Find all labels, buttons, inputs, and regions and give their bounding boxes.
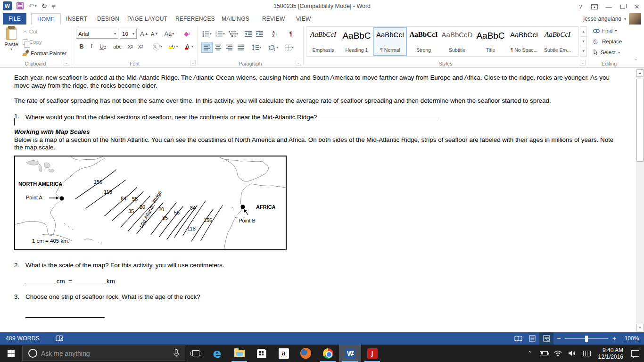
taskbar-firefox[interactable] [295,345,317,362]
question-2-cm-blank[interactable] [25,277,55,283]
account-area[interactable]: jesse anguiano ▾ [583,13,641,25]
copy-button[interactable]: Copy [23,39,42,45]
clock[interactable]: 9:40 AM 12/1/2016 [594,347,627,360]
align-left-button[interactable] [202,42,212,52]
microphone-icon[interactable] [173,349,179,357]
zoom-slider[interactable] [565,338,608,339]
style-heading-1[interactable]: AaBbC Heading 1 [340,27,373,56]
underline-button[interactable]: U▾ [97,41,109,51]
increase-indent-button[interactable] [255,29,265,39]
font-size-dropdown-icon[interactable]: ▾ [130,32,134,36]
line-spacing-button[interactable]: ▾ [250,42,263,52]
touch-keyboard-icon[interactable] [580,345,593,362]
styles-more-icon[interactable]: ▼ [580,46,586,56]
tab-file[interactable]: FILE [3,13,26,25]
strikethrough-button[interactable]: abc [111,41,124,51]
style-strong[interactable]: AaBbCcI Strong [407,27,440,56]
font-color-button[interactable]: A▾ [182,41,196,51]
format-painter-button[interactable]: Format Painter [23,50,66,56]
select-button[interactable]: Select▾ [593,49,620,55]
style-subtitle[interactable]: AaBbCcD Subtitle [440,27,474,56]
question-1-answer-blank[interactable] [319,113,440,119]
close-button[interactable]: ✕ [630,0,644,13]
task-view-button[interactable] [185,345,206,362]
style-no-spacing[interactable]: AaBbCcI ¶ No Spac... [507,27,541,56]
show-hide-pilcrow-button[interactable]: ¶ [286,29,296,39]
scroll-down-icon[interactable]: ▼ [636,324,644,331]
ribbon-display-options-button[interactable]: ▴ [587,0,602,13]
zoom-percentage[interactable]: 100% [619,335,644,342]
find-button[interactable]: Find▾ [593,28,617,33]
wifi-icon[interactable] [552,345,564,362]
clipboard-dialog-launcher[interactable]: ⌄ [64,60,69,66]
change-case-button[interactable]: Aa▾ [163,29,176,39]
numbering-button[interactable]: 123 ▾ [215,29,225,39]
minimize-button[interactable]: — [602,0,616,13]
cut-button[interactable]: ✂ Cut [23,28,38,35]
style-emphasis[interactable]: AaBbCcI Emphasis [306,27,340,56]
battery-icon[interactable] [538,345,550,362]
shrink-font-button[interactable]: A▼ [149,29,160,39]
scrollbar-thumb[interactable] [636,79,644,162]
restore-button[interactable] [616,0,630,13]
tab-design[interactable]: DESIGN [91,13,125,25]
font-family-dropdown-icon[interactable]: ▾ [112,32,116,36]
style-subtle-emphasis[interactable]: AaBbCcI Subtle Em... [541,27,574,56]
replace-button[interactable]: ab ac Replace [593,39,622,44]
styles-scroll-down-icon[interactable]: ▼ [580,37,586,47]
tab-insert[interactable]: INSERT [60,13,93,25]
scroll-up-icon[interactable]: ▲ [636,69,644,77]
subscript-button[interactable]: X2 [125,41,135,51]
align-center-button[interactable] [213,42,223,52]
bold-button[interactable]: B [77,41,86,51]
read-mode-button[interactable] [511,332,525,345]
grow-font-button[interactable]: A▲ [139,29,149,39]
tray-expand-icon[interactable]: ⌃ [524,345,536,362]
shading-button[interactable]: ▾ [267,42,280,52]
align-right-button[interactable] [224,42,235,52]
font-family-combo[interactable]: Arial▾ [76,29,118,39]
document-canvas[interactable]: Each year, new seafloor is added at the … [0,68,636,332]
style-title[interactable]: AaBbC Title [474,27,507,56]
search-input[interactable] [41,350,173,357]
proofing-status-icon[interactable] [56,335,64,342]
borders-button[interactable]: ▾ [283,42,296,52]
avatar[interactable] [629,13,641,25]
taskbar-edge[interactable]: e [206,345,228,362]
tab-mailings[interactable]: MAILINGS [216,13,255,25]
web-layout-button[interactable] [539,332,553,345]
action-center-icon[interactable] [629,345,641,362]
taskbar-file-explorer[interactable] [228,345,250,362]
vertical-scrollbar[interactable]: ▲ ▼ [636,68,644,332]
taskbar-amazon[interactable]: a [272,345,295,362]
bullets-button[interactable]: ▾ [202,29,212,39]
word-count[interactable]: 489 WORDS [6,335,40,342]
question-2-km-blank[interactable] [75,277,105,283]
tab-home[interactable]: HOME [31,13,61,25]
tab-page-layout[interactable]: PAGE LAYOUT [122,13,173,25]
superscript-button[interactable]: X2 [135,41,146,51]
text-effects-button[interactable]: A▾ [150,41,165,51]
styles-dialog-launcher[interactable]: ⌄ [580,60,586,66]
zoom-in-button[interactable]: + [609,335,619,342]
italic-button[interactable]: I [87,41,96,51]
collapse-ribbon-button[interactable]: ⌃ [632,58,640,66]
clear-formatting-button[interactable]: ◆/ [182,29,193,39]
zoom-out-button[interactable]: − [553,335,564,342]
decrease-indent-button[interactable] [243,29,254,39]
styles-scroll-up-icon[interactable]: ▲ [580,27,586,37]
account-dropdown-icon[interactable]: ▾ [624,17,626,21]
paste-dropdown-icon[interactable]: ▾ [2,47,21,51]
taskbar-acrobat[interactable]: j [361,345,383,362]
taskbar-chrome[interactable] [317,345,339,362]
justify-button[interactable] [236,42,246,52]
highlight-button[interactable]: ab▾ [165,41,181,51]
question-3-answer-blank[interactable] [25,311,105,318]
font-size-combo[interactable]: 10▾ [120,29,137,39]
help-button[interactable]: ? [573,0,587,13]
multilevel-list-button[interactable]: ▾ [228,29,239,39]
paste-button[interactable]: Paste ▾ [2,26,21,60]
cortana-search-box[interactable] [22,346,185,361]
start-button[interactable] [0,345,22,362]
print-layout-button[interactable] [525,332,539,345]
